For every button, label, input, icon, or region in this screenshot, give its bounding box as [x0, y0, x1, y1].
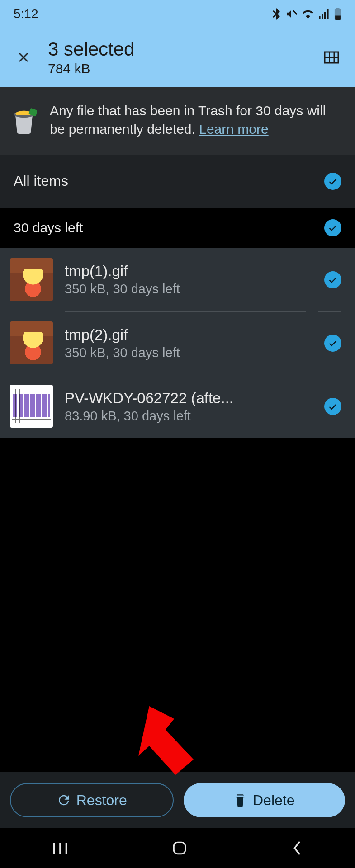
check-icon	[328, 223, 338, 233]
file-thumbnail	[10, 321, 53, 364]
file-thumbnail	[10, 385, 53, 428]
learn-more-link[interactable]: Learn more	[199, 122, 268, 137]
signal-icon	[319, 9, 330, 19]
system-nav-bar	[0, 828, 355, 868]
delete-button[interactable]: Delete	[184, 783, 346, 817]
home-icon[interactable]	[172, 840, 187, 856]
file-name: tmp(1).gif	[65, 263, 306, 280]
all-items-check[interactable]	[324, 173, 341, 190]
grid-icon	[323, 51, 340, 64]
close-button[interactable]	[13, 47, 34, 68]
delete-label: Delete	[253, 792, 295, 809]
selection-size: 784 kB	[48, 61, 307, 77]
file-row[interactable]: PV-WKDY-062722 (afte... 83.90 kB, 30 day…	[0, 375, 355, 438]
battery-icon	[334, 8, 341, 20]
days-left-header[interactable]: 30 days left	[0, 208, 355, 248]
days-left-label: 30 days left	[14, 220, 83, 236]
svg-rect-2	[174, 842, 186, 854]
check-icon	[328, 338, 338, 348]
view-toggle-button[interactable]	[321, 47, 342, 68]
trash-info-banner: Any file that has been in Trash for 30 d…	[0, 87, 355, 155]
file-thumbnail	[10, 258, 53, 301]
wifi-icon	[302, 9, 314, 19]
delete-forever-icon	[234, 793, 246, 807]
file-check[interactable]	[324, 398, 341, 415]
all-items-label: All items	[14, 173, 68, 189]
action-bar: Restore Delete	[0, 772, 355, 828]
check-icon	[328, 176, 338, 186]
close-icon	[16, 50, 31, 65]
status-bar: 5:12	[0, 0, 355, 28]
file-row[interactable]: tmp(1).gif 350 kB, 30 days left	[0, 248, 355, 311]
restore-button[interactable]: Restore	[10, 783, 174, 817]
restore-icon	[57, 793, 70, 807]
trash-info-text: Any file that has been in Trash for 30 d…	[50, 103, 326, 137]
all-items-header[interactable]: All items	[0, 155, 355, 208]
file-meta: 83.90 kB, 30 days left	[65, 409, 306, 424]
file-meta: 350 kB, 30 days left	[65, 282, 306, 297]
file-meta: 350 kB, 30 days left	[65, 345, 306, 360]
selection-header: 3 selected 784 kB	[0, 28, 355, 87]
status-time: 5:12	[14, 7, 38, 21]
file-list: tmp(1).gif 350 kB, 30 days left tmp(2).g…	[0, 248, 355, 438]
mute-icon	[285, 8, 297, 20]
file-name: tmp(2).gif	[65, 326, 306, 344]
check-icon	[328, 401, 338, 411]
bluetooth-icon	[272, 8, 281, 20]
restore-label: Restore	[76, 792, 127, 809]
status-icons	[272, 8, 341, 20]
file-row[interactable]: tmp(2).gif 350 kB, 30 days left	[0, 311, 355, 375]
back-icon[interactable]	[291, 840, 303, 856]
file-name: PV-WKDY-062722 (afte...	[65, 390, 306, 407]
file-check[interactable]	[324, 271, 341, 288]
days-left-check[interactable]	[324, 219, 341, 236]
selection-count: 3 selected	[48, 38, 307, 60]
check-icon	[328, 275, 338, 285]
trash-icon	[11, 101, 38, 139]
file-check[interactable]	[324, 335, 341, 352]
recents-icon[interactable]	[52, 841, 68, 855]
